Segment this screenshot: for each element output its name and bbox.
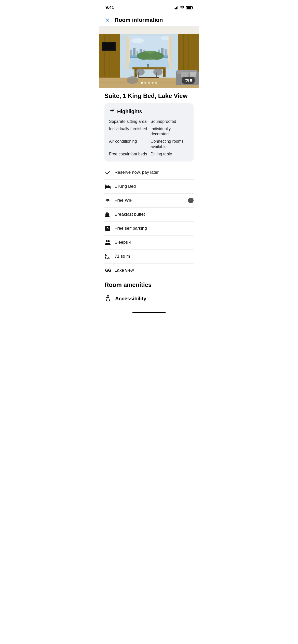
coffee-icon: [104, 211, 111, 218]
page-header: Room information: [99, 14, 199, 27]
amenity-sleeps-text: Sleeps 4: [115, 240, 194, 245]
dot-1: [141, 82, 143, 84]
accessibility-label: Accessibility: [115, 296, 146, 302]
size-icon: [104, 253, 111, 260]
svg-rect-40: [163, 69, 166, 77]
battery-icon: [186, 6, 193, 9]
highlights-title: Highlights: [117, 109, 142, 114]
dot-4: [152, 82, 154, 84]
svg-rect-11: [99, 27, 199, 34]
home-indicator: [132, 312, 166, 313]
svg-point-15: [131, 38, 144, 43]
room-amenities-title: Room amenities: [104, 276, 194, 292]
page-title: Room information: [115, 17, 163, 23]
status-bar: 9:41: [99, 0, 199, 14]
svg-rect-31: [126, 36, 129, 69]
svg-rect-51: [181, 72, 188, 77]
svg-rect-64: [105, 216, 110, 217]
room-title: Suite, 1 King Bed, Lake View: [104, 88, 194, 103]
parking-icon: P: [104, 225, 111, 232]
amenity-size: 71 sq m: [104, 251, 194, 262]
amenity-bed-text: 1 King Bed: [115, 184, 194, 189]
svg-point-53: [127, 76, 138, 84]
amenity-wifi-text: Free WiFi: [115, 198, 184, 203]
svg-rect-46: [156, 72, 157, 78]
image-counter: 8: [182, 77, 195, 84]
highlights-grid: Separate sitting area Soundproofed Indiv…: [109, 119, 189, 157]
wifi-icon: [104, 197, 111, 204]
svg-point-44: [153, 68, 162, 76]
wifi-status-icon: [180, 6, 184, 10]
amenity-reserve: Reserve now, pay later: [104, 167, 194, 178]
dot-2: [144, 82, 146, 84]
svg-rect-61: [110, 188, 111, 189]
waves-icon: [104, 267, 111, 274]
svg-rect-65: [106, 212, 107, 213]
svg-rect-62: [105, 184, 105, 186]
svg-rect-45: [138, 72, 139, 78]
dot-5: [155, 82, 157, 84]
amenity-wifi: Free WiFi: [104, 195, 194, 206]
amenity-view-text: Lake view: [115, 268, 194, 273]
highlight-item: Separate sitting area: [109, 119, 147, 124]
amenity-breakfast: Breakfast buffet: [104, 209, 194, 220]
amenity-size-text: 71 sq m: [115, 254, 194, 259]
check-icon: [104, 169, 111, 176]
amenity-breakfast-text: Breakfast buffet: [115, 212, 194, 217]
svg-rect-37: [102, 42, 115, 50]
amenity-view: Lake view: [104, 265, 194, 276]
main-content: Suite, 1 King Bed, Lake View Highlights …: [99, 88, 199, 306]
svg-rect-60: [105, 188, 106, 189]
highlight-item: Individually furnished: [109, 126, 147, 137]
svg-rect-24: [165, 49, 167, 56]
svg-point-72: [107, 295, 109, 297]
svg-rect-52: [190, 72, 196, 77]
highlight-item: Dining table: [151, 152, 189, 157]
amenity-reserve-text: Reserve now, pay later: [115, 170, 194, 175]
svg-point-42: [147, 64, 149, 65]
photo-count: 8: [190, 78, 192, 82]
amenity-sleeps: Sleeps 4: [104, 237, 194, 248]
signal-icon: [174, 6, 178, 9]
highlights-card: Highlights Separate sitting area Soundpr…: [104, 103, 194, 162]
wifi-badge: [188, 198, 194, 203]
svg-rect-66: [107, 212, 108, 213]
amenity-parking: P Free self parking: [104, 223, 194, 234]
highlight-item: Free cots/infant beds: [109, 152, 147, 157]
svg-point-69: [106, 240, 108, 242]
highlight-item: Individually decorated: [151, 126, 189, 137]
carousel-dots: [141, 82, 157, 84]
highlights-header: Highlights: [109, 108, 189, 115]
status-time: 9:41: [105, 5, 114, 10]
svg-rect-17: [130, 50, 132, 56]
people-icon: [104, 239, 111, 246]
bed-icon: [104, 183, 111, 190]
amenity-bed: 1 King Bed: [104, 181, 194, 192]
highlight-item: Soundproofed: [151, 119, 189, 124]
svg-rect-47: [139, 77, 159, 78]
accessibility-icon: [104, 295, 112, 303]
sparkle-icon: [109, 108, 115, 115]
svg-rect-59: [107, 185, 109, 187]
svg-rect-71: [105, 254, 110, 259]
accessibility-row[interactable]: Accessibility: [104, 292, 194, 306]
svg-point-30: [150, 52, 164, 60]
svg-point-43: [136, 68, 145, 76]
highlight-item: Air conditioning: [109, 139, 147, 150]
svg-rect-32: [169, 36, 172, 69]
svg-point-55: [186, 80, 187, 81]
svg-rect-63: [105, 213, 109, 216]
highlight-item: Connecting rooms available: [151, 139, 189, 150]
svg-rect-18: [133, 48, 136, 56]
room-image-carousel[interactable]: 8: [99, 27, 199, 88]
svg-text:P: P: [106, 227, 109, 230]
status-icons: [174, 6, 193, 10]
close-button[interactable]: [104, 17, 111, 23]
svg-point-70: [108, 240, 110, 242]
amenity-parking-text: Free self parking: [115, 226, 194, 231]
svg-point-29: [137, 52, 151, 60]
dot-3: [148, 82, 150, 84]
